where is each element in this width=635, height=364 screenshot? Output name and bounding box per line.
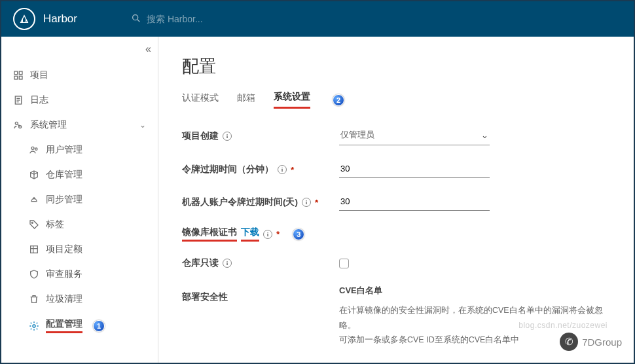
repo-icon (29, 170, 39, 180)
label-project-creation: 项目创建 (182, 130, 219, 142)
sidebar-item-scanners[interactable]: 审查服务 (1, 262, 158, 287)
collapse-sidebar-icon[interactable]: « (145, 43, 151, 55)
gear-icon (29, 321, 39, 331)
input-token-expiration[interactable] (339, 161, 490, 178)
sidebar-item-logs[interactable]: 日志 (1, 88, 158, 113)
svg-rect-2 (14, 71, 18, 75)
shield-icon (29, 269, 39, 280)
replication-icon (29, 194, 39, 205)
sidebar-item-label: 日志 (30, 94, 48, 106)
tab-email[interactable]: 邮箱 (237, 92, 255, 108)
logs-icon (13, 95, 24, 105)
checkbox-readonly[interactable] (339, 259, 349, 268)
row-token-expiration: 令牌过期时间（分钟） i * (182, 161, 610, 178)
label-deploy-security: 部署安全性 (182, 291, 228, 303)
app-header: Harbor (1, 1, 634, 37)
sidebar-item-users[interactable]: 用户管理 (1, 137, 158, 162)
svg-rect-15 (31, 246, 38, 253)
harbor-logo-icon (13, 8, 35, 30)
tab-system[interactable]: 系统设置 (274, 91, 310, 109)
brand-name: Harbor (43, 12, 77, 26)
sidebar-item-registries[interactable]: 仓库管理 (1, 162, 158, 187)
svg-rect-3 (19, 71, 22, 75)
chevron-down-icon: ⌄ (139, 120, 146, 130)
select-project-creation[interactable]: 仅管理员 ⌄ (339, 126, 490, 145)
sidebar-item-replication[interactable]: 同步管理 (1, 187, 158, 212)
search-icon (131, 13, 141, 26)
input-robot-expiration[interactable] (339, 194, 490, 211)
required-marker: * (276, 229, 280, 239)
admin-icon (13, 120, 24, 130)
sidebar-item-label: 标签 (46, 219, 64, 230)
info-icon[interactable]: i (263, 230, 272, 239)
tabs: 认证模式 邮箱 系统设置 2 (182, 91, 610, 109)
info-icon[interactable]: i (223, 259, 232, 268)
required-marker: * (291, 165, 294, 175)
main-content: 配置 认证模式 邮箱 系统设置 2 项目创建 i 仅管理员 ⌄ 令牌过期时间（分… (158, 37, 634, 363)
watermark: ✆ 7DGroup (560, 333, 622, 351)
cve-whitelist-title: CVE白名单 (339, 285, 610, 297)
sidebar-item-quotas[interactable]: 项目定额 (1, 237, 158, 262)
search-input[interactable] (147, 14, 278, 24)
watermark-url: blog.csdn.net/zuozewei (518, 321, 608, 330)
search-box[interactable] (131, 13, 278, 26)
svg-point-13 (35, 148, 37, 150)
svg-point-0 (133, 14, 138, 20)
sidebar-item-configuration[interactable]: 配置管理 1 (1, 312, 158, 340)
sidebar-item-label: 系统管理 (30, 119, 67, 131)
row-robot-expiration: 机器人账户令牌过期时间(天) i * (182, 194, 610, 211)
projects-icon (13, 70, 24, 81)
required-marker: * (315, 198, 318, 208)
sidebar-item-label: 同步管理 (46, 194, 82, 206)
sidebar-item-label: 配置管理 (46, 318, 82, 333)
sidebar-item-label: 项目定额 (46, 244, 82, 255)
sidebar-item-admin[interactable]: 系统管理 ⌄ (1, 113, 158, 137)
info-icon[interactable]: i (302, 198, 311, 207)
row-root-cert: 镜像库根证书 下载 i * 3 (182, 227, 610, 242)
tag-icon (29, 219, 39, 230)
select-value: 仅管理员 (340, 129, 374, 141)
row-project-creation: 项目创建 i 仅管理员 ⌄ (182, 126, 610, 145)
sidebar-item-label: 用户管理 (46, 144, 82, 156)
label-token-expiration: 令牌过期时间（分钟） (182, 164, 274, 175)
users-icon (29, 145, 39, 155)
row-deploy-security: 部署安全性 CVE白名单 在计算镜像的的安全性漏洞时，在系统的CVE白名单中的漏… (182, 285, 610, 348)
svg-point-14 (31, 222, 33, 223)
sidebar-item-label: 项目 (30, 69, 48, 81)
annotation-badge-1: 1 (93, 320, 105, 332)
svg-point-18 (33, 325, 35, 327)
svg-point-12 (31, 147, 34, 149)
download-cert-link[interactable]: 下载 (241, 227, 259, 242)
sidebar-item-labels[interactable]: 标签 (1, 212, 158, 237)
quota-icon (29, 244, 39, 255)
watermark-icon: ✆ (560, 333, 578, 351)
svg-line-1 (137, 20, 139, 22)
watermark-text: 7DGroup (582, 337, 622, 348)
sidebar-item-projects[interactable]: 项目 (1, 63, 158, 88)
chevron-down-icon: ⌄ (481, 130, 488, 140)
trash-icon (29, 294, 39, 304)
tab-auth[interactable]: 认证模式 (182, 92, 219, 108)
label-root-cert: 镜像库根证书 (182, 227, 237, 242)
annotation-badge-2: 2 (333, 94, 344, 106)
info-icon[interactable]: i (223, 132, 232, 141)
sidebar-item-label: 垃圾清理 (46, 293, 82, 305)
sidebar: « 项目 日志 系统管理 ⌄ 用户管理 仓库管理 (1, 37, 158, 363)
info-icon[interactable]: i (278, 165, 287, 174)
sidebar-item-label: 仓库管理 (46, 169, 82, 181)
sidebar-item-gc[interactable]: 垃圾清理 (1, 287, 158, 312)
svg-rect-5 (19, 76, 22, 79)
annotation-badge-3: 3 (293, 228, 304, 240)
label-robot-expiration: 机器人账户令牌过期时间(天) (182, 196, 298, 208)
svg-point-10 (15, 122, 18, 124)
row-readonly: 仓库只读 i (182, 257, 610, 269)
page-title: 配置 (182, 55, 610, 78)
sidebar-item-label: 审查服务 (46, 268, 82, 280)
brand-block: Harbor (13, 8, 131, 30)
label-readonly: 仓库只读 (182, 257, 219, 269)
svg-rect-4 (14, 76, 18, 79)
